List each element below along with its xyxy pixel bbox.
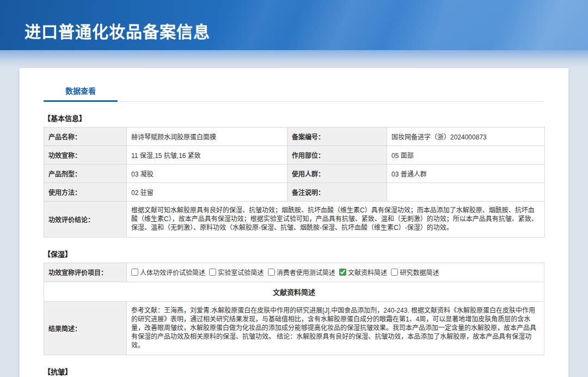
filing-number-value: 国妆网备进字（浙）2024000873 (387, 127, 545, 146)
product-name-label: 产品名称： (44, 127, 127, 146)
usage-method-label: 使用方法： (44, 183, 127, 202)
table-row: 产品名称： 赫诗琴赋颜水润胶原蛋白面膜 备案编号： 国妆网备进字（浙）20240… (44, 127, 545, 146)
tab-bar: 数据查看 (44, 80, 544, 102)
table-row: 产品剂型： 03 凝胶 使用人群： 03 普通人群 (44, 165, 545, 183)
basic-info-table: 产品名称： 赫诗琴赋颜水润胶原蛋白面膜 备案编号： 国妆网备进字（浙）20240… (44, 127, 545, 238)
section-title-anti-wrinkle: 【抗皱】 (44, 366, 544, 376)
table-row: 结果简述： 参考文献：王海燕，刘爱青.水解胶原蛋白在皮肤中作用的研究进展[J].… (44, 301, 544, 355)
application-site-label: 作用部位： (287, 146, 387, 165)
result-summary-text: 参考文献：王海燕，刘爱青.水解胶原蛋白在皮肤中作用的研究进展[J].中国食品添加… (127, 301, 544, 355)
product-form-value: 03 凝胶 (127, 165, 287, 183)
remarks-label: 备注说明： (287, 183, 387, 202)
table-row: 功效宣称评价项目： 人体功效评价试验简述 实验室试验简述 消费者使用测试简 (44, 263, 544, 282)
table-row: 功效宣称： 11 保湿,15 抗皱,16 紧致 作用部位： 05 面部 (44, 146, 545, 165)
content-card: 数据查看 【基本信息】 产品名称： 赫诗琴赋颜水润胶原蛋白面膜 备案编号： 国妆… (20, 68, 568, 377)
product-form-label: 产品剂型： (44, 165, 127, 183)
table-row: 文献资料简述 (44, 282, 544, 301)
moisturizing-option-lab-test[interactable]: 实验室试验简述 (209, 267, 264, 277)
section-title-moisturizing: 【保湿】 (44, 248, 544, 259)
checkbox-label: 人体功效评价试验简述 (140, 267, 205, 277)
efficacy-conclusion-text: 根据文献可知水解胶原具有良好的保湿、抗皱功效；烟酰胺、抗坏血酸（维生素C）具有保… (127, 202, 545, 238)
remarks-value (387, 183, 545, 202)
checkbox-label: 文献资料简述 (348, 267, 387, 277)
literature-summary-heading: 文献资料简述 (44, 282, 544, 301)
table-row: 功效评价结论： 根据文献可知水解胶原具有良好的保湿、抗皱功效；烟酰胺、抗坏血酸（… (44, 202, 545, 238)
user-group-value: 03 普通人群 (387, 165, 545, 183)
moisturizing-checkbox-consumer-test[interactable] (268, 269, 275, 276)
moisturizing-option-human-efficacy-trial[interactable]: 人体功效评价试验简述 (131, 267, 205, 277)
filing-number-label: 备案编号： (287, 127, 387, 146)
moisturizing-checkbox-group: 人体功效评价试验简述 实验室试验简述 消费者使用测试简述 文献资料简述 (127, 263, 544, 282)
moisturizing-checkbox-literature[interactable] (339, 269, 346, 276)
application-site-value: 05 面部 (387, 146, 545, 165)
table-row: 使用方法： 02 驻留 备注说明： (44, 183, 545, 202)
moisturizing-option-research-data[interactable]: 研究数据简述 (391, 267, 439, 277)
checkbox-label: 实验室试验简述 (218, 267, 264, 277)
checkbox-label: 研究数据简述 (400, 267, 439, 277)
page-title: 进口普通化妆品备案信息 (24, 19, 210, 42)
user-group-label: 使用人群： (287, 165, 387, 183)
moisturizing-option-literature[interactable]: 文献资料简述 (339, 267, 387, 277)
moisturizing-checkbox-lab-test[interactable] (209, 269, 216, 276)
moisturizing-checkbox-human-efficacy-trial[interactable] (131, 269, 138, 276)
page-header: 进口普通化妆品备案信息 (0, 0, 588, 50)
page-body: 数据查看 【基本信息】 产品名称： 赫诗琴赋颜水润胶原蛋白面膜 备案编号： 国妆… (0, 68, 588, 377)
product-name-value: 赫诗琴赋颜水润胶原蛋白面膜 (127, 127, 287, 146)
moisturizing-option-consumer-test[interactable]: 消费者使用测试简述 (268, 267, 335, 277)
tab-data-view[interactable]: 数据查看 (44, 80, 118, 102)
moisturizing-table: 功效宣称评价项目： 人体功效评价试验简述 实验室试验简述 消费者使用测试简 (44, 263, 544, 355)
usage-method-value: 02 驻留 (127, 183, 287, 202)
result-summary-label: 结果简述： (44, 301, 127, 355)
section-title-basic-info: 【基本信息】 (44, 113, 544, 123)
efficacy-conclusion-label: 功效评价结论： (44, 202, 127, 238)
efficacy-claim-label: 功效宣称： (44, 146, 127, 165)
moisturizing-checkbox-research-data[interactable] (391, 269, 398, 276)
checkbox-label: 消费者使用测试简述 (277, 267, 335, 277)
efficacy-claim-value: 11 保湿,15 抗皱,16 紧致 (127, 146, 287, 165)
header-fade (0, 50, 588, 68)
eval-items-label: 功效宣称评价项目： (44, 263, 127, 282)
